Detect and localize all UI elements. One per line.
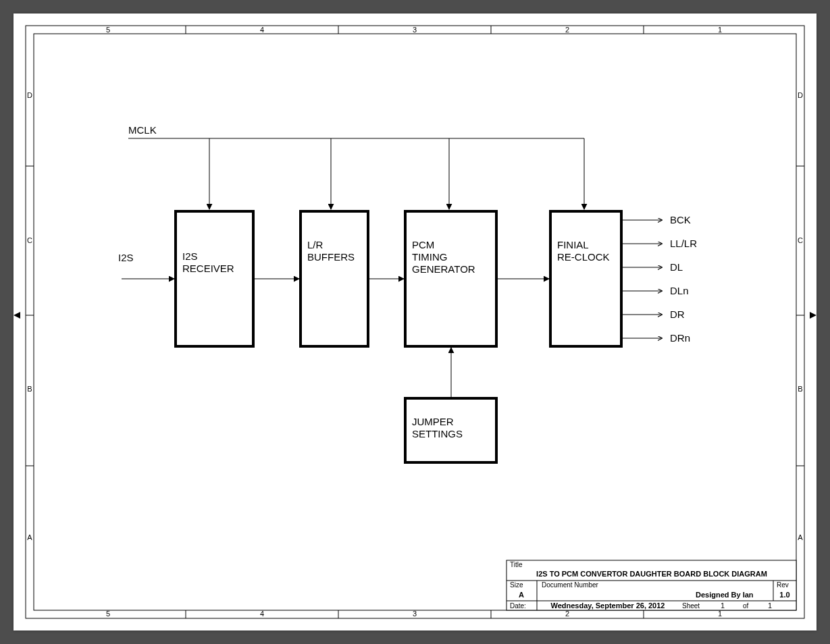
tb-title-label: Title	[510, 561, 523, 568]
svg-text:A: A	[27, 533, 32, 541]
tb-date: Wednesday, September 26, 2012	[551, 601, 665, 610]
label-out-dl: DL	[670, 261, 683, 273]
tb-sheet-total: 1	[768, 601, 772, 610]
tb-rev-label: Rev	[777, 581, 789, 589]
tb-sheet-of: of	[743, 602, 749, 610]
svg-marker-17	[810, 312, 816, 319]
svg-text:5: 5	[106, 26, 110, 34]
tb-rev: 1.0	[779, 591, 789, 599]
tb-title: I2S TO PCM CONVERTOR DAUGHTER BOARD BLOC…	[536, 570, 767, 578]
svg-text:D: D	[798, 91, 803, 99]
block-final-reclock	[550, 211, 621, 346]
svg-text:3: 3	[413, 26, 417, 34]
svg-text:B: B	[27, 385, 32, 393]
block-lr-buffers	[301, 211, 368, 346]
label-out-dr: DR	[670, 308, 685, 320]
tb-designed-by: Designed By Ian	[696, 591, 754, 599]
title-block: Title I2S TO PCM CONVERTOR DAUGHTER BOAR…	[507, 560, 796, 610]
svg-text:2: 2	[565, 26, 569, 34]
label-out-drn: DRn	[670, 332, 690, 344]
svg-text:A: A	[798, 533, 803, 541]
svg-text:3: 3	[413, 610, 417, 618]
svg-text:4: 4	[260, 610, 264, 618]
label-out-dln: DLn	[670, 285, 689, 296]
tb-sheet-label: Sheet	[682, 602, 700, 610]
output-wires: BCK LL/LR DL DLn DR DRn	[621, 214, 697, 344]
block-i2s-receiver	[176, 211, 253, 346]
svg-marker-16	[14, 312, 20, 319]
tb-size: A	[519, 591, 524, 599]
tb-size-label: Size	[510, 581, 523, 589]
svg-text:1: 1	[718, 610, 722, 618]
tb-sheet-n: 1	[721, 601, 725, 610]
label-i2s: I2S	[118, 252, 134, 263]
svg-text:1: 1	[718, 26, 722, 34]
svg-text:B: B	[798, 385, 802, 393]
svg-text:5: 5	[106, 610, 110, 618]
svg-text:2: 2	[565, 610, 569, 618]
block-pcm-timing	[405, 211, 496, 346]
schematic-svg: 5 4 3 2 1 5 4 3 2 1 D C B A D C B A MCLK…	[14, 14, 816, 630]
tb-docnum-label: Document Number	[542, 581, 599, 589]
tb-date-label: Date:	[510, 602, 526, 610]
svg-text:D: D	[27, 91, 32, 99]
label-out-lllr: LL/LR	[670, 238, 697, 249]
svg-text:C: C	[798, 236, 803, 244]
label-mclk: MCLK	[128, 124, 157, 136]
svg-text:C: C	[27, 236, 32, 244]
svg-text:4: 4	[260, 26, 264, 34]
label-out-bck: BCK	[670, 214, 691, 225]
schematic-page: 5 4 3 2 1 5 4 3 2 1 D C B A D C B A MCLK…	[14, 14, 816, 630]
